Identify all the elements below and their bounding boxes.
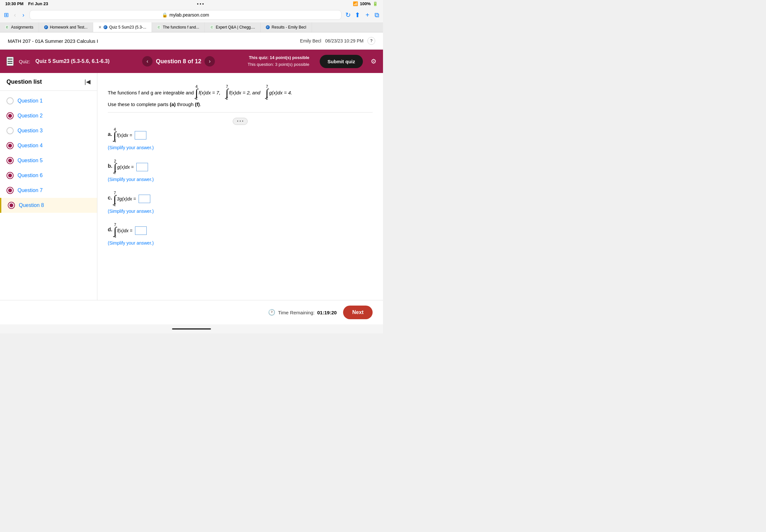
tab-close-icon[interactable]: ✕ [98, 25, 102, 30]
tab-label-chegg: Expert Q&A | Chegg.... [216, 25, 255, 30]
question-counter: Question 8 of 12 [156, 58, 201, 65]
submission-date: 06/23/23 10:29 PM [325, 38, 363, 43]
tabs-button[interactable]: ⧉ [374, 11, 379, 19]
address-bar[interactable]: 🔒 mylab.pearson.com [30, 10, 341, 20]
next-question-button[interactable]: › [204, 56, 215, 67]
sidebar-header: Question list |◀ [0, 73, 97, 91]
menu-button[interactable]: ☰ [6, 57, 14, 66]
q7-radio [6, 187, 14, 194]
sidebar-item-question-4[interactable]: Question 4 [0, 138, 97, 153]
sidebar-item-question-6[interactable]: Question 6 [0, 168, 97, 183]
quiz-points: This quiz: 14 point(s) possible [248, 54, 309, 61]
part-b-answer-input[interactable] [136, 163, 148, 171]
expand-button[interactable]: • • • [233, 118, 247, 125]
sidebar-item-question-1[interactable]: Question 1 [0, 93, 97, 108]
prev-question-button[interactable]: ‹ [142, 56, 152, 67]
tab-quiz[interactable]: ✕ P Quiz 5 Sum23 (5.3-... [93, 22, 152, 32]
q7-label: Question 7 [18, 187, 43, 193]
part-d-answer-input[interactable] [135, 226, 147, 235]
divider [108, 112, 372, 113]
part-d-label: d. [108, 227, 112, 233]
part-b-hint: (Simplify your answer.) [108, 177, 372, 182]
part-a-answer-input[interactable] [135, 131, 146, 139]
expand-section[interactable]: • • • [108, 118, 372, 125]
q2-label: Question 2 [18, 113, 43, 119]
integral-2: 7 ∫ 2 f(x)dx = 2, and [225, 85, 260, 100]
q1-radio [6, 97, 14, 104]
sidebar-item-question-7[interactable]: Question 7 [0, 183, 97, 198]
url-text: mylab.pearson.com [169, 12, 209, 18]
clock-icon: 🕐 [268, 309, 275, 316]
sidebar-item-question-5[interactable]: Question 5 [0, 153, 97, 168]
part-c-answer-input[interactable] [139, 195, 150, 203]
q5-label: Question 5 [18, 158, 43, 163]
settings-button[interactable]: ⚙ [371, 57, 376, 65]
tab-label-assignments: Assignments [11, 25, 33, 30]
sidebar-item-question-8[interactable]: Question 8 [0, 198, 97, 213]
forward-button[interactable]: › [21, 10, 26, 20]
battery-icon: 🔋 [372, 1, 378, 6]
part-b-integral: 2 ∫ 7 g(x)dx = [114, 159, 134, 175]
status-center: • • • [197, 1, 204, 6]
reload-button[interactable]: ↻ [345, 11, 351, 19]
status-bar: 10:30 PM Fri Jun 23 • • • 📶 100% 🔋 [0, 0, 383, 7]
q5-radio [6, 157, 14, 164]
instruction-text: Use these to complete parts (a) through … [108, 102, 201, 107]
question-list: Question 1 Question 2 Question 3 Questio… [0, 91, 97, 215]
tab-functions[interactable]: C The functions f and... [152, 22, 205, 32]
tab-label-quiz: Quiz 5 Sum23 (5.3-... [109, 25, 146, 30]
browser-tabs: E Assignments P Homework and Test... ✕ P… [0, 22, 383, 32]
tab-icon-quiz: P [103, 25, 107, 29]
user-name: Emily Becl [300, 38, 321, 43]
collapse-sidebar-button[interactable]: |◀ [84, 78, 91, 85]
browser-actions: ⬆ + ⧉ [355, 11, 379, 19]
q8-radio [8, 202, 15, 209]
course-title: MATH 207 - 01A Summer 2023 Calculus I [8, 38, 98, 44]
q4-label: Question 4 [18, 143, 43, 149]
tab-results[interactable]: P Results - Emily Becl [261, 22, 312, 32]
part-d-integral: 7 ∫ 4 f(x)dx = [114, 223, 132, 238]
tab-chegg[interactable]: C Expert Q&A | Chegg.... [205, 22, 261, 32]
user-info: Emily Becl 06/23/23 10:29 PM ? [300, 37, 375, 45]
bottom-bar: 🕐 Time Remaining: 01:19:20 Next [0, 300, 383, 324]
new-tab-button[interactable]: + [365, 11, 369, 19]
main-layout: Question list |◀ Question 1 Question 2 Q… [0, 73, 383, 300]
tab-icon-chegg: C [210, 25, 214, 29]
quiz-header: ☰ Quiz: Quiz 5 Sum23 (5.3-5.6, 6.1-6.3) … [0, 50, 383, 73]
part-c: c. 7 ∫ 2 3g(x)dx = (Simplify your answer… [108, 191, 372, 214]
tab-icon-functions: C [157, 25, 161, 29]
sidebar-toggle-button[interactable]: ⊞ [4, 11, 9, 18]
q6-label: Question 6 [18, 173, 43, 178]
submit-quiz-button[interactable]: Submit quiz [320, 55, 363, 68]
lock-icon: 🔒 [162, 12, 167, 18]
integral-1: 4 ∫ 2 f(x)dx = 7, [195, 85, 220, 100]
page-header: MATH 207 - 01A Summer 2023 Calculus I Em… [0, 32, 383, 50]
tab-icon-homework: P [44, 25, 48, 29]
tab-label-results: Results - Emily Becl [272, 25, 306, 30]
q2-radio [6, 112, 14, 119]
quiz-label: Quiz: [19, 59, 30, 64]
share-button[interactable]: ⬆ [355, 11, 360, 19]
sidebar-item-question-3[interactable]: Question 3 [0, 123, 97, 138]
question-points: This question: 3 point(s) possible [248, 61, 309, 68]
date: Fri Jun 23 [28, 1, 48, 6]
part-a-integral: 4 ∫ 4 f(x)dx = [113, 127, 132, 143]
part-a-row: a. 4 ∫ 4 f(x)dx = [108, 127, 372, 143]
time: 10:30 PM [5, 1, 23, 6]
next-button[interactable]: Next [343, 306, 372, 319]
sidebar-item-question-2[interactable]: Question 2 [0, 108, 97, 123]
quiz-title: Quiz 5 Sum23 (5.3-5.6, 6.1-6.3) [35, 58, 110, 64]
part-c-row: c. 7 ∫ 2 3g(x)dx = [108, 191, 372, 207]
part-d: d. 7 ∫ 4 f(x)dx = (Simplify your answer.… [108, 223, 372, 246]
q6-radio [6, 172, 14, 179]
help-button[interactable]: ? [367, 37, 375, 45]
sidebar-title: Question list [6, 79, 42, 85]
part-b-row: b. 2 ∫ 7 g(x)dx = [108, 159, 372, 175]
part-c-hint: (Simplify your answer.) [108, 209, 372, 214]
tab-icon-results: P [266, 25, 270, 29]
tab-homework[interactable]: P Homework and Test... [39, 22, 93, 32]
problem-text: The functions f and g are integrable and [108, 90, 194, 95]
tab-assignments[interactable]: E Assignments [0, 22, 39, 32]
q8-label: Question 8 [19, 202, 44, 208]
back-button[interactable]: ‹ [13, 10, 17, 20]
